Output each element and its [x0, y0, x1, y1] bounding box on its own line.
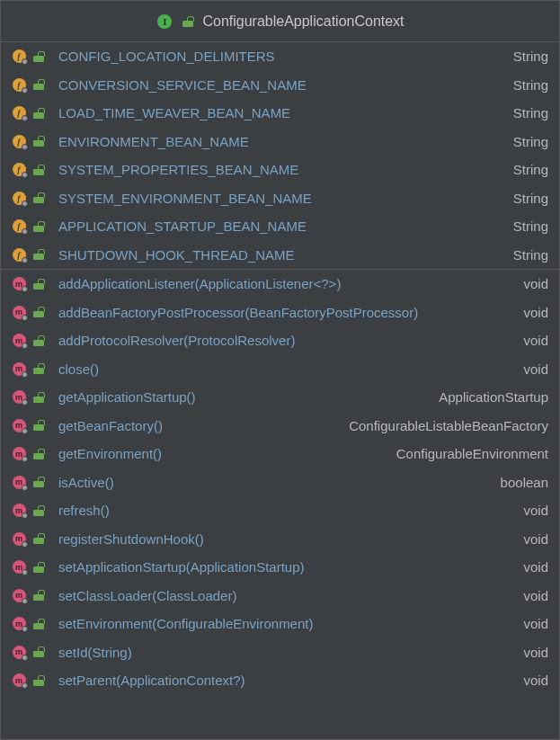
method-row[interactable]: m refresh() void — [1, 496, 559, 525]
method-name: registerShutdownHook() — [58, 531, 204, 547]
lock-icon — [30, 645, 48, 659]
method-icon: m — [10, 588, 28, 602]
field-row[interactable]: f CONFIG_LOCATION_DELIMITERS String — [1, 42, 559, 71]
method-return-type: ConfigurableListableBeanFactory — [349, 418, 548, 433]
field-type: String — [513, 77, 548, 93]
method-return-type: void — [523, 305, 548, 320]
method-return-type: ConfigurableEnvironment — [396, 446, 548, 461]
method-icon: m — [10, 361, 28, 376]
class-header[interactable]: I ConfigurableApplicationContext — [1, 1, 559, 42]
method-name: setClassLoader(ClassLoader) — [58, 588, 236, 603]
field-row[interactable]: f CONVERSION_SERVICE_BEAN_NAME String — [1, 71, 559, 100]
method-row[interactable]: m addApplicationListener(ApplicationList… — [1, 270, 559, 299]
field-type: String — [513, 162, 548, 177]
method-row[interactable]: m setApplicationStartup(ApplicationStart… — [1, 553, 559, 582]
method-name: isActive() — [58, 475, 114, 490]
method-name: setParent(ApplicationContext?) — [58, 673, 245, 688]
method-row[interactable]: m getEnvironment() ConfigurableEnvironme… — [1, 440, 559, 468]
method-row[interactable]: m getBeanFactory() ConfigurableListableB… — [1, 412, 559, 441]
method-return-type: void — [523, 333, 548, 348]
method-name: getEnvironment() — [58, 446, 162, 461]
lock-icon — [30, 134, 48, 148]
method-row[interactable]: m addBeanFactoryPostProcessor(BeanFactor… — [1, 299, 559, 327]
method-row[interactable]: m close() void — [1, 355, 559, 384]
field-row[interactable]: f SYSTEM_ENVIRONMENT_BEAN_NAME String — [1, 184, 559, 213]
method-return-type: void — [523, 673, 548, 688]
method-name: addBeanFactoryPostProcessor(BeanFactoryP… — [58, 305, 418, 320]
field-name: CONVERSION_SERVICE_BEAN_NAME — [58, 77, 307, 93]
method-name: setId(String) — [58, 645, 132, 660]
method-row[interactable]: m getApplicationStartup() ApplicationSta… — [1, 383, 559, 412]
method-name: setEnvironment(ConfigurableEnvironment) — [58, 616, 313, 631]
field-name: SYSTEM_ENVIRONMENT_BEAN_NAME — [58, 191, 312, 206]
lock-icon — [30, 305, 48, 319]
field-row[interactable]: f LOAD_TIME_WEAVER_BEAN_NAME String — [1, 99, 559, 128]
field-icon: f — [10, 77, 28, 92]
method-return-type: void — [523, 361, 548, 377]
field-type: String — [513, 134, 548, 149]
method-row[interactable]: m isActive() boolean — [1, 468, 559, 497]
methods-section: m addApplicationListener(ApplicationList… — [1, 270, 559, 695]
field-row[interactable]: f SYSTEM_PROPERTIES_BEAN_NAME String — [1, 156, 559, 184]
lock-icon — [30, 277, 48, 291]
lock-icon — [30, 560, 48, 575]
method-row[interactable]: m setParent(ApplicationContext?) void — [1, 666, 559, 695]
field-icon: f — [10, 219, 28, 234]
method-icon: m — [10, 645, 28, 659]
field-name: ENVIRONMENT_BEAN_NAME — [58, 134, 249, 149]
field-row[interactable]: f ENVIRONMENT_BEAN_NAME String — [1, 128, 559, 156]
field-icon: f — [10, 106, 28, 120]
method-return-type: ApplicationStartup — [439, 389, 548, 405]
field-name: APPLICATION_STARTUP_BEAN_NAME — [58, 218, 307, 234]
method-icon: m — [10, 531, 28, 546]
lock-icon — [30, 588, 48, 602]
lock-icon — [30, 390, 48, 405]
method-return-type: void — [523, 531, 548, 547]
field-type: String — [513, 191, 548, 206]
lock-icon — [30, 219, 48, 234]
method-icon: m — [10, 418, 28, 432]
lock-icon — [30, 334, 48, 348]
field-type: String — [513, 247, 548, 263]
class-structure-panel: I ConfigurableApplicationContext f CONFI… — [0, 0, 560, 740]
method-return-type: void — [523, 559, 548, 575]
lock-icon — [30, 191, 48, 205]
lock-icon — [30, 49, 48, 64]
method-name: addProtocolResolver(ProtocolResolver) — [58, 333, 295, 348]
method-return-type: void — [523, 616, 548, 631]
field-row[interactable]: f SHUTDOWN_HOOK_THREAD_NAME String — [1, 241, 559, 270]
field-name: SYSTEM_PROPERTIES_BEAN_NAME — [58, 162, 298, 177]
method-icon: m — [10, 560, 28, 575]
field-type: String — [513, 49, 548, 64]
lock-icon — [30, 361, 48, 376]
lock-icon — [30, 247, 48, 262]
method-return-type: void — [523, 645, 548, 660]
lock-icon — [30, 106, 48, 120]
lock-icon — [30, 531, 48, 546]
field-type: String — [513, 105, 548, 120]
method-row[interactable]: m setEnvironment(ConfigurableEnvironment… — [1, 610, 559, 638]
field-name: LOAD_TIME_WEAVER_BEAN_NAME — [58, 105, 290, 120]
lock-icon — [30, 475, 48, 489]
method-icon: m — [10, 277, 28, 291]
field-row[interactable]: f APPLICATION_STARTUP_BEAN_NAME String — [1, 212, 559, 241]
field-icon: f — [10, 163, 28, 177]
method-row[interactable]: m addProtocolResolver(ProtocolResolver) … — [1, 326, 559, 355]
interface-icon: I — [156, 14, 173, 29]
method-return-type: void — [523, 503, 548, 518]
method-row[interactable]: m setId(String) void — [1, 638, 559, 667]
method-name: getBeanFactory() — [58, 418, 163, 433]
method-name: refresh() — [58, 503, 110, 518]
method-row[interactable]: m setClassLoader(ClassLoader) void — [1, 582, 559, 611]
lock-icon — [30, 163, 48, 177]
method-row[interactable]: m registerShutdownHook() void — [1, 525, 559, 554]
method-name: setApplicationStartup(ApplicationStartup… — [58, 559, 305, 575]
method-icon: m — [10, 305, 28, 319]
method-icon: m — [10, 447, 28, 461]
class-title: ConfigurableApplicationContext — [202, 13, 404, 30]
lock-icon — [30, 418, 48, 432]
method-icon: m — [10, 475, 28, 489]
field-icon: f — [10, 191, 28, 205]
method-icon: m — [10, 390, 28, 405]
lock-icon — [30, 673, 48, 688]
